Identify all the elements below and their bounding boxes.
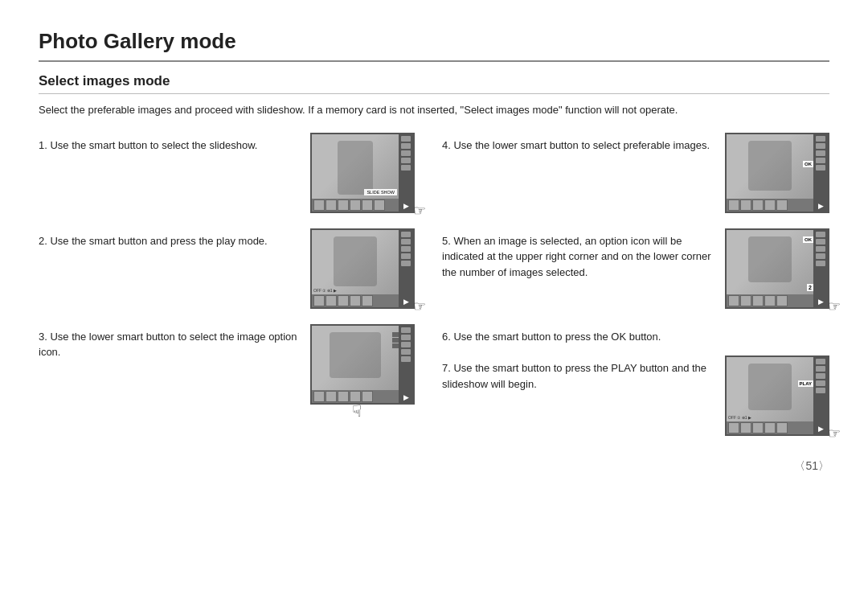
step-4-image: 📷 100-0001 🔋 OK bbox=[725, 133, 829, 214]
step-7-text: 7. Use the smart button to press the PLA… bbox=[442, 355, 714, 392]
step-4: 4. Use the lower smart button to select … bbox=[442, 133, 829, 214]
step-7: 7. Use the smart button to press the PLA… bbox=[442, 355, 829, 437]
step-3-image: 📷 100-0001 🔋 📷 bbox=[310, 324, 415, 405]
step-5-image: 📷 100-0001 🔋 OK 2 bbox=[725, 228, 829, 310]
step-5-text: 5. When an image is selected, an option … bbox=[442, 228, 714, 281]
page-title: Photo Gallery mode bbox=[39, 29, 829, 62]
step-2-image: 📷 100-0001 🔋 OFF ① ⊕1 ▶ bbox=[310, 228, 415, 310]
left-column: 1. Use the smart button to select the sl… bbox=[39, 133, 434, 452]
step-1-text: 1. Use the smart button to select the sl… bbox=[39, 133, 299, 154]
step-6: 6. Use the smart button to press the OK … bbox=[442, 324, 829, 345]
step-3-text: 3. Use the lower smart button to select … bbox=[39, 324, 299, 360]
intro-text: Select the preferable images and proceed… bbox=[39, 102, 829, 118]
step-7-image: 📷 100-0001 🔋 PLAY OFF ① ⊕1 ▶ bbox=[725, 355, 829, 437]
step-1: 1. Use the smart button to select the sl… bbox=[39, 133, 415, 214]
main-layout: 1. Use the smart button to select the sl… bbox=[39, 133, 829, 452]
step-4-text: 4. Use the lower smart button to select … bbox=[442, 133, 714, 154]
step-1-image: 📷 100-0001 🔋 SLIDE SHOW Edit bbox=[310, 133, 415, 214]
step-6-text: 6. Use the smart button to press the OK … bbox=[442, 324, 829, 345]
right-column: 4. Use the lower smart button to select … bbox=[434, 133, 829, 452]
step-2: 2. Use the smart button and press the pl… bbox=[39, 228, 415, 310]
section-title: Select images mode bbox=[39, 73, 829, 94]
page-number: 〈51〉 bbox=[39, 459, 829, 474]
step-2-text: 2. Use the smart button and press the pl… bbox=[39, 228, 299, 249]
step-5: 5. When an image is selected, an option … bbox=[442, 228, 829, 310]
step-3: 3. Use the lower smart button to select … bbox=[39, 324, 415, 405]
